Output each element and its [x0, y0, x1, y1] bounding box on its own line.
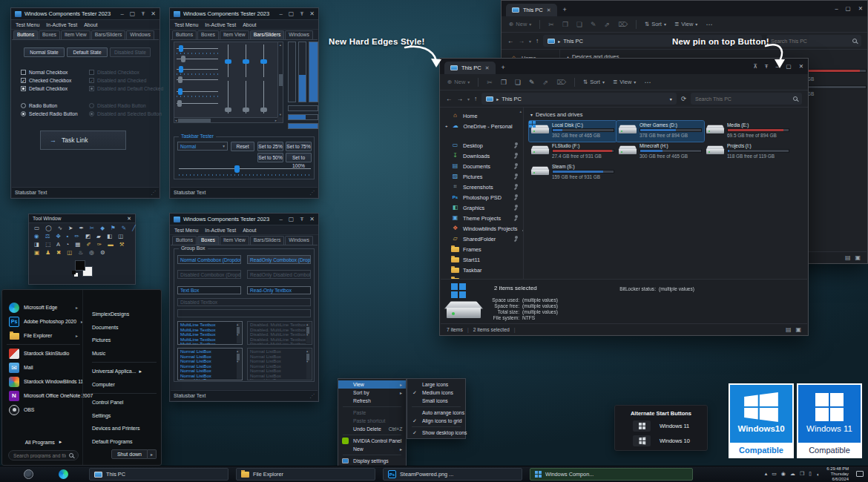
drive-minecraft-h[interactable]: Minecraft (H:)300 GB free of 465 GB — [617, 142, 704, 162]
minimize-button[interactable]: – — [279, 216, 282, 222]
tool-window[interactable]: Tool Window ✕ ▭ ◯ ∿ ➤ ✒ ✂ ◆ ⚑ ✎ ╱ ◉ ⚖ ✥ … — [28, 214, 136, 285]
normal-combobox[interactable]: Normal Combobox (Dropdown)▾ — [177, 255, 241, 264]
search-box[interactable] — [691, 93, 802, 105]
menu-inactive[interactable]: In-Active Test — [205, 22, 236, 27]
tab-buttons[interactable]: Buttons — [13, 30, 38, 39]
minimize-button[interactable]: – — [835, 5, 838, 12]
h-slider[interactable] — [177, 100, 218, 107]
volume-tray-icon[interactable]: ◖ — [816, 472, 819, 477]
delete-icon[interactable]: ⌦ — [556, 79, 566, 86]
more-button[interactable]: ⋯ — [644, 79, 651, 86]
rollup-button[interactable]: Ŧ — [300, 216, 303, 222]
sidebar-item-pictures[interactable]: Pictures — [441, 171, 523, 182]
tool-row[interactable]: ▭ ◯ ∿ ➤ ✒ ✂ ◆ ⚑ ✎ ╱ — [29, 223, 135, 231]
menu-item-sort-by[interactable]: Sort by▸ — [338, 389, 406, 397]
close-button[interactable]: ✕ — [309, 10, 315, 17]
expand-icon[interactable]: + — [445, 124, 448, 128]
tab-bars-sliders[interactable]: Bars/Sliders — [250, 236, 285, 245]
start-right-music[interactable]: Music — [92, 347, 157, 360]
clock[interactable]: 6:29:48 PM Thursday 6/6/2024 — [826, 466, 849, 482]
sidebar-item-theme-projects[interactable]: Theme Projects — [441, 213, 523, 223]
scroll-up-icon[interactable]: ▴ — [519, 109, 522, 113]
sidebar-item-frames[interactable]: Frames — [441, 244, 523, 254]
h-scrollbar[interactable]: ◂▸ — [174, 117, 277, 122]
share-icon[interactable]: ⇗ — [605, 21, 611, 28]
tray-icon[interactable]: ❐ — [800, 471, 804, 477]
tab-close-icon[interactable]: ✕ — [485, 65, 490, 71]
maximize-button[interactable]: ▢ — [130, 10, 136, 17]
tab-item-view[interactable]: Item View — [61, 30, 91, 39]
tab-boxes[interactable]: Boxes — [39, 30, 60, 39]
onedrive-tray-icon[interactable]: ☁ — [790, 471, 795, 477]
tiles-view-icon[interactable]: ▤ — [786, 326, 792, 333]
maximize-button[interactable]: ▢ — [289, 10, 295, 17]
menu-about[interactable]: About — [243, 22, 256, 27]
steam-icon[interactable] — [24, 469, 33, 479]
menu-item-refresh[interactable]: Refresh — [338, 397, 406, 405]
edge-icon[interactable] — [59, 469, 68, 479]
submenu-auto-arrange[interactable]: Auto arrange icons — [407, 409, 465, 417]
start-right-control-panel[interactable]: Control Panel — [92, 396, 157, 409]
textbox[interactable]: Text Box — [177, 286, 241, 294]
drive-steam-s[interactable]: Steam (S:)159 GB free of 931 GB — [529, 162, 617, 183]
tray-icon[interactable]: ◉ — [781, 471, 786, 477]
tab-this-pc[interactable]: This PC ✕ — [506, 4, 557, 16]
sort-button[interactable]: ⇅Sort▾ — [583, 79, 605, 85]
h-slider[interactable] — [177, 88, 218, 95]
sidebar-item-documents[interactable]: Documents — [441, 161, 523, 171]
set-75-button[interactable]: Set to 75% — [286, 142, 312, 151]
submenu-large-icons[interactable]: Large icons — [407, 380, 465, 389]
v-slider[interactable] — [243, 81, 249, 113]
tab-windows[interactable]: Windows — [285, 236, 313, 245]
v-slider[interactable] — [225, 44, 231, 77]
menu-about[interactable]: About — [84, 22, 97, 27]
start-right-pictures[interactable]: Pictures — [92, 334, 157, 347]
start-search-input[interactable] — [13, 453, 66, 458]
close-button[interactable]: ✕ — [309, 216, 315, 222]
tab-bars-sliders[interactable]: Bars/Sliders — [250, 30, 285, 39]
start-right-simplexdesigns[interactable]: SimplexDesigns — [92, 308, 157, 321]
shutdown-button[interactable]: Shut down — [111, 449, 148, 459]
menu-inactive[interactable]: In-Active Test — [46, 22, 77, 27]
more-button[interactable]: ⋯ — [706, 21, 712, 28]
history-caret-icon[interactable]: ▾ — [467, 96, 470, 102]
checkbox-normal[interactable]: Normal Checkbox — [21, 70, 68, 75]
rename-icon[interactable]: ✎ — [591, 21, 596, 28]
new-button[interactable]: ⊕New▾ — [509, 21, 531, 27]
v-slider[interactable] — [260, 44, 267, 77]
view-button[interactable]: ≣View▾ — [613, 79, 636, 85]
menu-about[interactable]: About — [243, 228, 256, 233]
close-button[interactable]: ✕ — [799, 63, 803, 70]
taskbar-button-photoshop[interactable]: SteamPowered.png ... — [383, 468, 522, 481]
address-caret-icon[interactable]: ▾ — [670, 96, 672, 102]
reset-button[interactable]: Reset — [231, 142, 254, 151]
checkbox-default[interactable]: Default Checkbox — [21, 86, 68, 91]
menu-test[interactable]: Test Menu — [174, 228, 198, 233]
tool-row[interactable]: ◉ ⚖ ✥ ▪ ✏ ◩ ▰ ◧ ◫ — [29, 231, 135, 240]
set-25-button[interactable]: Set to 25% — [257, 142, 283, 151]
sidebar-item-taskbar[interactable]: Taskbar — [441, 265, 523, 275]
tab-buttons[interactable]: Buttons — [172, 30, 197, 39]
sort-button[interactable]: ⇅Sort▾ — [645, 21, 666, 27]
sidebar-item-photoshop-psd[interactable]: Photoshop PSD — [441, 192, 523, 202]
checkbox-checked[interactable]: ✓Checked Checkbox — [21, 78, 71, 83]
drive-flstudio-f[interactable]: FLStudio (F:)27.4 GB free of 931 GB — [529, 142, 617, 162]
start-right-computer[interactable]: Computer — [92, 378, 157, 392]
sidebar-item-downloads[interactable]: Downloads — [441, 151, 523, 161]
start-search-box[interactable] — [8, 450, 79, 460]
view-button[interactable]: ≣View▾ — [674, 21, 697, 27]
start-right-devices-printers[interactable]: Devices and Printers — [92, 422, 157, 435]
sidebar-item-sharedfolder[interactable]: SharedFolder — [441, 234, 523, 244]
start-right-documents[interactable]: Documents — [92, 321, 157, 334]
sidebar-item-graphics[interactable]: Graphics — [441, 202, 523, 213]
normal-state-button[interactable]: Normal State — [24, 47, 65, 57]
tab-buttons[interactable]: Buttons — [172, 236, 197, 245]
start-item-skinstudio[interactable]: Stardock SkinStudio — [7, 346, 80, 360]
close-button[interactable]: ✕ — [127, 216, 131, 222]
drive-projects-i[interactable]: Projects (I:)118 GB free of 119 GB — [704, 142, 792, 162]
trackbar-combobox[interactable]: Normal▾ — [177, 142, 228, 151]
resize-grip-icon[interactable]: ⋰ — [309, 393, 315, 399]
drive-local-disk-c[interactable]: Local Disk (C:)392 GB free of 465 GB — [529, 121, 617, 142]
start-item-mail[interactable]: Mail — [7, 360, 80, 374]
up-button[interactable]: ↑ — [474, 95, 477, 102]
